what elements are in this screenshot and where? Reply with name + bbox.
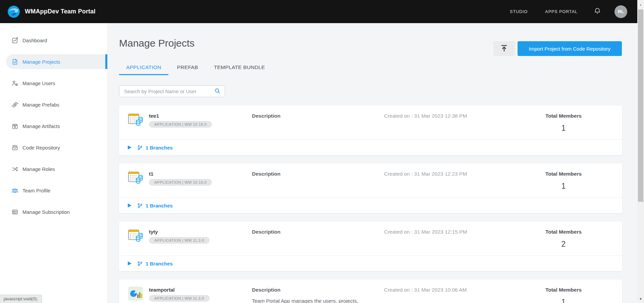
tab-application[interactable]: APPLICATION (119, 64, 168, 75)
description-label: Description (252, 228, 384, 235)
wavemaker-logo-icon (7, 5, 20, 18)
sidebar-item-label: Code Repository (22, 145, 60, 150)
total-members-value: 1 (505, 298, 622, 303)
sidebar-item-label: Manage Roles (22, 166, 55, 172)
prefabs-icon (11, 101, 18, 108)
sidebar-menu: DashboardManage ProjectsManage UsersMana… (0, 23, 107, 219)
search-box (119, 85, 225, 97)
total-members-value: 1 (505, 182, 622, 191)
git-branch-icon (137, 145, 143, 150)
app-title: WMAppDev Team Portal (25, 8, 96, 15)
sidebar-item-manage-prefabs[interactable]: Manage Prefabs (0, 97, 107, 112)
header-nav: STUDIOAPPS PORTAL RL (492, 5, 627, 18)
subscription-icon (11, 208, 18, 216)
project-description: Team Portal App manages the users, proje… (252, 297, 384, 303)
git-branch-icon (137, 203, 143, 208)
sidebar-item-label: Manage Users (22, 80, 55, 86)
artifacts-icon (11, 122, 18, 130)
avatar[interactable]: RL (614, 5, 627, 18)
upload-project-button[interactable] (493, 41, 515, 56)
scrollbar-thumb[interactable] (638, 9, 643, 202)
browser-scrollbar[interactable]: ▲ ▼ (637, 0, 644, 303)
users-icon (11, 79, 18, 87)
tab-bar: APPLICATIONPREFABTEMPLATE BUNDLE (119, 64, 622, 75)
project-name: t1 (149, 170, 212, 177)
app-window-db-icon (128, 170, 143, 185)
project-card: teamportal APPLICATION | WM 11.3.0 Descr… (119, 280, 622, 303)
search-button[interactable] (214, 87, 221, 96)
project-name: tyty (149, 228, 210, 235)
sidebar-item-manage-artifacts[interactable]: Manage Artifacts (0, 119, 107, 133)
sidebar-item-label: Manage Artifacts (22, 123, 60, 129)
search-icon (214, 88, 221, 95)
total-members-label: Total Members (505, 286, 622, 293)
repository-icon (11, 144, 18, 151)
project-list: tee1 APPLICATION | WM 10.16.0 Descriptio… (119, 106, 622, 303)
branches-label: 1 Branches (146, 145, 173, 150)
sidebar-item-label: Team Profile (22, 188, 50, 193)
sidebar-item-code-repository[interactable]: Code Repository (0, 140, 107, 155)
project-type-badge: APPLICATION | WM 11.3.0 (149, 295, 210, 302)
git-branch-icon (137, 261, 143, 266)
sidebar-item-manage-subscription[interactable]: Manage Subscription (0, 204, 107, 219)
tab-template-bundle[interactable]: TEMPLATE BUNDLE (207, 64, 272, 75)
sidebar-item-label: Manage Projects (22, 59, 60, 65)
project-type-badge: APPLICATION | WM 11.3.0 (149, 237, 210, 244)
projects-icon (11, 58, 18, 65)
sidebar-item-manage-roles[interactable]: Manage Roles (0, 162, 107, 176)
project-name: tee1 (149, 112, 212, 119)
expand-triangle-icon (128, 203, 131, 207)
total-members-label: Total Members (505, 228, 622, 235)
branches-toggle[interactable]: 1 Branches (119, 255, 622, 271)
active-indicator (105, 54, 107, 69)
sidebar-item-manage-projects[interactable]: Manage Projects (6, 54, 107, 69)
sidebar-item-label: Manage Prefabs (22, 102, 59, 108)
upload-icon (500, 44, 508, 54)
scrollbar-up-arrow-icon[interactable]: ▲ (637, 3, 644, 6)
project-created-on: Created on : 31 Mar 2023 10:06 AM (384, 286, 505, 303)
header-link-studio[interactable]: STUDIO (510, 9, 528, 14)
pie-chart-icon (128, 286, 143, 301)
bell-icon (594, 7, 601, 16)
header-actions: Import Project from Code Repository (493, 41, 622, 56)
description-label: Description (252, 112, 384, 119)
sidebar-item-dashboard[interactable]: Dashboard (0, 33, 107, 48)
expand-triangle-icon (128, 145, 131, 149)
branches-toggle[interactable]: 1 Branches (119, 139, 622, 155)
description-label: Description (252, 170, 384, 177)
main-content: Manage Projects Import Project from Code… (108, 23, 637, 303)
project-card: tee1 APPLICATION | WM 10.16.0 Descriptio… (119, 106, 622, 155)
sidebar-item-team-profile[interactable]: Team Profile (0, 183, 107, 198)
project-card: t1 APPLICATION | WM 10.16.0 Description … (119, 164, 622, 213)
sidebar-item-label: Manage Subscription (22, 209, 70, 215)
header-link-apps-portal[interactable]: APPS PORTAL (545, 9, 578, 14)
project-name: teamportal (149, 286, 210, 293)
link-preview-statusbar: javascript:void(0); (0, 295, 42, 303)
import-project-button[interactable]: Import Project from Code Repository (518, 41, 622, 56)
branches-label: 1 Branches (146, 203, 173, 208)
app-window-db-icon (128, 228, 143, 243)
app-window-db-icon (128, 112, 143, 127)
sidebar-item-label: Dashboard (22, 38, 47, 43)
total-members-label: Total Members (505, 112, 622, 119)
scrollbar-down-arrow-icon[interactable]: ▼ (637, 297, 644, 301)
project-type-badge: APPLICATION | WM 10.16.0 (149, 121, 212, 128)
project-card: tyty APPLICATION | WM 11.3.0 Description… (119, 222, 622, 271)
project-created-on: Created on : 31 Mar 2023 12:15 PM (384, 228, 505, 249)
notifications-button[interactable] (594, 7, 601, 16)
sidebar-item-manage-users[interactable]: Manage Users (0, 76, 107, 90)
sidebar: DashboardManage ProjectsManage UsersMana… (0, 23, 108, 303)
branches-toggle[interactable]: 1 Branches (119, 197, 622, 213)
project-created-on: Created on : 31 Mar 2023 12:23 PM (384, 170, 505, 191)
expand-triangle-icon (128, 261, 131, 265)
description-label: Description (252, 286, 384, 293)
search-input[interactable] (124, 88, 214, 94)
project-created-on: Created on : 31 Mar 2023 12:38 PM (384, 112, 505, 133)
roles-icon (11, 165, 18, 173)
team-profile-icon (11, 187, 18, 194)
total-members-label: Total Members (505, 170, 622, 177)
total-members-value: 2 (505, 240, 622, 249)
tab-prefab[interactable]: PREFAB (170, 64, 205, 75)
top-header: WMAppDev Team Portal STUDIOAPPS PORTAL R… (0, 0, 637, 23)
project-type-badge: APPLICATION | WM 10.16.0 (149, 179, 212, 186)
